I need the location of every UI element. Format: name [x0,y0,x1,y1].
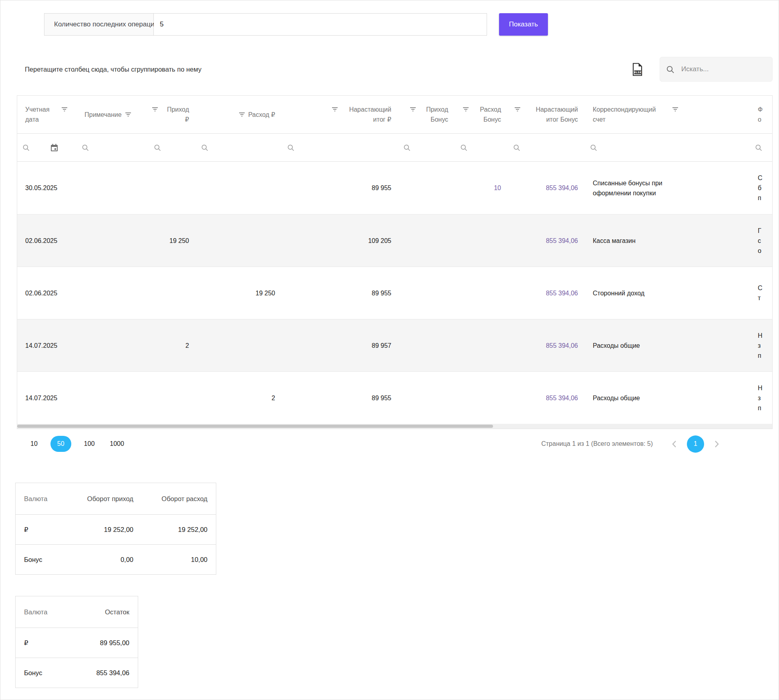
search-input[interactable] [680,65,767,74]
cell-running-total-bonus: 855 394,06 [508,162,585,214]
header-content: Учетная дата [25,104,71,124]
cell-value: С т [758,283,763,303]
column-header-running-total-bonus[interactable]: Нарастающий итог Бонус [508,96,585,133]
scrollbar-thumb[interactable] [17,425,493,428]
cell-value: 14.07.2025 [25,393,57,403]
column-header-running-total-rub[interactable]: Нарастающий итог ₽ [282,96,398,133]
chevron-right-icon[interactable] [709,439,725,449]
filter-icon[interactable] [332,106,338,114]
operations-count-label: Количество последних операций [44,14,154,35]
current-page-button[interactable]: 1 [687,435,704,453]
table-row: 14.07.2025289 955855 394,06Расходы общие… [17,371,772,424]
filter-icon[interactable] [410,106,416,114]
filter-cell-running-total-bonus[interactable] [508,134,585,161]
cell-running-total-bonus: 855 394,06 [508,215,585,267]
column-header-clipped[interactable]: Ф о [750,96,772,133]
page-size-1000[interactable]: 1000 [107,436,127,452]
filter-cell-income-rub[interactable] [149,134,196,161]
search-box[interactable] [660,57,773,82]
table-row: 02.06.202519 25089 955855 394,06Сторонни… [17,267,772,319]
summary-value: 89 955,00 [70,628,138,658]
summary-header: Оборот приход [70,483,142,514]
filter-icon[interactable] [152,106,158,114]
column-title: Нарастающий итог Бонус [524,104,578,124]
column-header-income-rub[interactable]: Приход ₽ [149,96,196,133]
filter-cell-running-total-rub[interactable] [282,134,398,161]
search-icon[interactable] [201,144,209,152]
filter-cell-clipped[interactable] [750,134,772,161]
cell-income-rub: 19 250 [149,215,196,267]
pager-info: Страница 1 из 1 (Всего элементов: 5) [541,440,653,447]
grid-header-row: Учетная датаПримечаниеПриход ₽Расход ₽На… [17,96,772,134]
filter-cell-expense-rub[interactable] [196,134,282,161]
calendar-icon[interactable] [50,144,58,152]
page-size-100[interactable]: 100 [82,436,97,452]
filter-icon[interactable] [672,106,678,114]
cell-income-rub [149,162,196,214]
filter-icon[interactable] [463,106,469,114]
cell-expense-bonus [455,215,508,267]
summary-row: Бонус855 394,06 [16,658,138,688]
cell-value: Списанные бонусы при оформлении покупки [593,178,675,198]
operations-count-form: Количество последних операций Показать [44,13,548,36]
xlsx-export-icon[interactable]: XLSX [632,63,643,76]
cell-date: 14.07.2025 [17,372,76,424]
search-icon[interactable] [22,144,30,152]
column-header-date[interactable]: Учетная дата [17,96,76,133]
filter-icon[interactable] [61,106,68,114]
chevron-left-icon[interactable] [666,439,682,449]
cell-clipped: С т [750,267,772,319]
filter-cell-expense-bonus[interactable] [455,134,508,161]
summary-value: ₽ [16,515,70,544]
summary-row: ₽89 955,00 [16,628,138,658]
cell-value: 19 250 [169,236,189,246]
filter-cell-corresponding-account[interactable] [585,134,750,161]
cell-note [76,162,149,214]
page-size-50[interactable]: 50 [50,436,71,452]
cell-value: 30.05.2025 [25,183,57,193]
cell-expense-rub: 19 250 [196,267,282,319]
cell-expense-rub [196,319,282,371]
filter-icon[interactable] [514,106,521,114]
svg-text:XLSX: XLSX [634,71,641,74]
search-icon[interactable] [153,144,161,152]
search-icon[interactable] [513,144,521,152]
header-content: Нарастающий итог ₽ [328,104,391,124]
cell-running-total-rub: 89 955 [282,162,398,214]
search-icon[interactable] [287,144,295,152]
filter-icon[interactable] [239,112,245,119]
cell-expense-bonus [455,372,508,424]
column-header-corresponding-account[interactable]: Корреспондирующий счет [585,96,750,133]
column-title: Расход Бонус [472,104,501,124]
cell-expense-bonus: 10 [455,162,508,214]
cell-note [76,267,149,319]
search-icon [666,65,675,74]
grid-filter-row [17,134,772,162]
cell-value: 109 205 [368,236,391,246]
filter-cell-income-bonus[interactable] [398,134,455,161]
summary-value: 855 394,06 [70,658,138,688]
cell-expense-rub [196,162,282,214]
filter-icon[interactable] [125,112,131,119]
search-icon[interactable] [755,144,763,152]
column-header-expense-bonus[interactable]: Расход Бонус [455,96,508,133]
filter-cell-date[interactable] [17,134,76,161]
column-header-note[interactable]: Примечание [76,96,149,133]
turnover-summary-table: ВалютаОборот приходОборот расход₽19 252,… [15,483,216,575]
search-icon[interactable] [81,144,89,152]
horizontal-scrollbar[interactable] [17,424,772,429]
column-header-expense-rub[interactable]: Расход ₽ [196,96,282,133]
show-button[interactable]: Показать [499,13,548,36]
page-size-10[interactable]: 10 [28,436,40,452]
column-header-income-bonus[interactable]: Приход Бонус [398,96,455,133]
filter-cell-note[interactable] [76,134,149,161]
column-title: Корреспондирующий счет [593,104,669,124]
search-icon[interactable] [460,144,468,152]
search-icon[interactable] [403,144,411,152]
cell-value: 19 250 [256,288,275,298]
search-icon[interactable] [590,144,598,152]
header-content: Корреспондирующий счет [593,104,682,124]
cell-running-total-rub: 89 957 [282,319,398,371]
cell-corresponding-account: Касса магазин [585,215,750,267]
operations-count-input[interactable] [154,14,487,35]
